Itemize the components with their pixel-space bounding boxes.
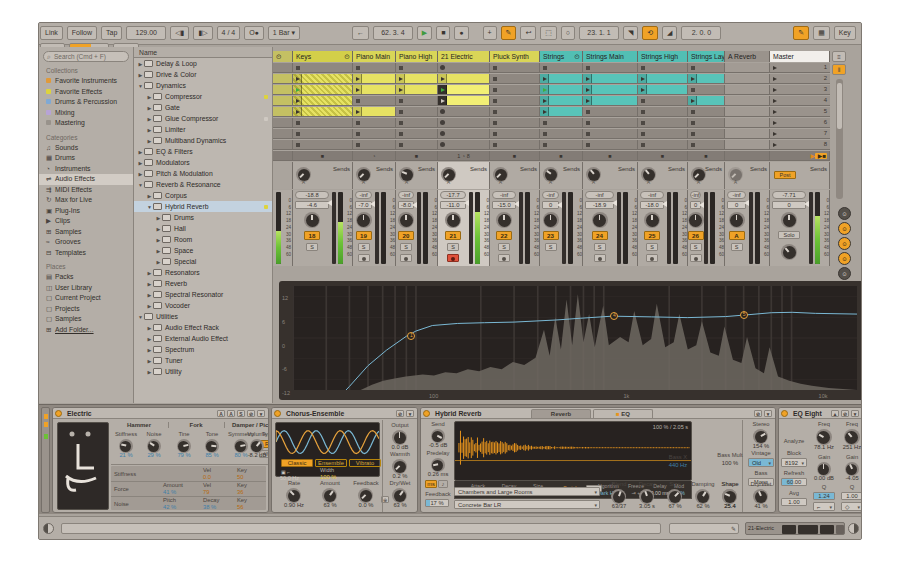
stop-all-clips-cell[interactable]: ■ (688, 151, 725, 161)
tree-item-multiband-dynamics[interactable]: ▶Multiband Dynamics (134, 135, 272, 146)
clip-stop-button[interactable] (543, 121, 547, 125)
clip-slot[interactable] (725, 96, 770, 106)
hybrid-drywet-value[interactable]: 41 % (746, 503, 776, 509)
group-fold-icon[interactable]: ⊙ (344, 51, 350, 62)
track-header-keys[interactable]: Keys ⊙ (293, 51, 353, 62)
volume-value[interactable]: -4.6 (295, 201, 329, 209)
overdub-button[interactable]: + (483, 26, 497, 40)
clip-launch-button[interactable] (688, 96, 697, 105)
show-in-toggle[interactable]: ⊙ (838, 207, 851, 220)
tree-item-gate[interactable]: ▶Gate (134, 102, 272, 113)
hybrid-sync-button[interactable]: ♪ (438, 480, 448, 488)
clip-stop-button[interactable] (691, 132, 695, 136)
sidebar-item-sounds[interactable]: ♫Sounds (39, 143, 133, 154)
sidebar-item-audio-effects[interactable]: ⇌Audio Effects (39, 174, 133, 185)
knob[interactable] (322, 488, 337, 503)
clip-stop-button[interactable] (586, 121, 590, 125)
arm-button[interactable] (646, 254, 658, 262)
clip-stop-button[interactable] (493, 143, 497, 147)
clip-slot[interactable] (583, 85, 638, 95)
clip-stop-button[interactable] (296, 132, 300, 136)
peak-level-value[interactable]: -inf (640, 191, 664, 199)
clip-slot[interactable] (438, 63, 490, 73)
track-activator[interactable]: 25 (644, 231, 660, 240)
device-title-electric[interactable]: Electric▾⊘SAA (53, 408, 268, 419)
eq8-block-select[interactable]: 8192 (781, 458, 807, 467)
tree-item-drums[interactable]: ▶Drums (134, 212, 272, 223)
knob[interactable] (431, 458, 445, 472)
arrangement-position[interactable]: 62. 3. 4 (373, 26, 413, 40)
clip-slot[interactable] (396, 118, 438, 128)
clip-slot[interactable] (273, 129, 293, 139)
chorus-mode-vibrato[interactable]: Vibrato (349, 459, 381, 467)
clip-stop-button[interactable] (691, 66, 695, 70)
tree-item-utilities[interactable]: ▼Utilities (134, 311, 272, 322)
clip-launch-button[interactable] (638, 85, 647, 94)
knob[interactable] (496, 212, 512, 228)
clip-launch-button[interactable] (583, 74, 592, 83)
hybrid-size2-value[interactable]: 67 % (661, 503, 689, 509)
io-meter-button[interactable]: ⦀ (832, 64, 846, 75)
clip-slot[interactable] (396, 74, 438, 84)
clip-slot[interactable] (396, 129, 438, 139)
track-header-collapsed[interactable]: ⊙ (273, 51, 293, 62)
tree-item-room[interactable]: ▶Room (134, 234, 272, 245)
device-title-chorus-ensemble[interactable]: Chorus-Ensemble▾⊘ (272, 408, 417, 419)
clip-record-button[interactable] (440, 120, 445, 125)
peak-level-value[interactable]: -inf (492, 191, 516, 199)
tree-item-spectrum[interactable]: ▶Spectrum (134, 344, 272, 355)
clip-stop-button[interactable] (641, 121, 645, 125)
clip-launch-button[interactable] (540, 74, 549, 83)
stop-all-clips-cell[interactable]: ■ (490, 151, 540, 161)
clip-launch-button[interactable] (438, 85, 447, 94)
fader-handle[interactable] (699, 202, 704, 208)
sidebar-item-samples[interactable]: ⊞Samples (39, 227, 133, 238)
clip-launch-button[interactable] (540, 107, 549, 116)
clip-launch-button[interactable] (583, 85, 592, 94)
clip[interactable] (583, 74, 637, 83)
hybrid-shape-value[interactable]: 25.4 (717, 503, 743, 509)
volume-value[interactable]: 0 (772, 201, 806, 209)
clip-slot[interactable] (293, 96, 353, 106)
device-header-icon[interactable]: S (237, 410, 245, 417)
knob[interactable] (119, 439, 133, 453)
show-out-toggle[interactable]: ⊙ (838, 222, 851, 235)
tree-item-special[interactable]: ▶Special (134, 256, 272, 267)
hybrid-send-value[interactable]: -0.5 dB (425, 442, 451, 448)
knob[interactable] (445, 212, 461, 228)
clip-slot[interactable] (540, 74, 583, 84)
fader-handle[interactable] (514, 201, 519, 207)
knob[interactable] (722, 489, 737, 504)
scene-slot[interactable]: 5 (770, 107, 830, 117)
volume-fader[interactable] (332, 192, 336, 264)
track-header-a-reverb[interactable]: A Reverb (725, 51, 770, 62)
eq8-band1-q[interactable]: 1.24 (813, 492, 835, 500)
vertical-scrollbar[interactable] (836, 79, 843, 199)
clip-slot[interactable] (353, 140, 396, 150)
clip[interactable] (688, 74, 724, 83)
solo-button[interactable]: S (646, 243, 658, 251)
follow-button[interactable]: Follow (67, 26, 97, 40)
post-button[interactable]: Post (774, 171, 796, 179)
volume-fader[interactable] (519, 192, 523, 264)
chorus-feedback-value[interactable]: 0.0 % (350, 502, 382, 508)
stop-all-clips-cell[interactable]: ■ (583, 151, 638, 161)
hybrid-ir-file-select[interactable]: Concrete Bar LR (454, 500, 600, 509)
device-title-eq-eight[interactable]: EQ Eight▾⊘▲ (779, 408, 862, 419)
hybrid-vintage-select[interactable]: Old (748, 458, 774, 467)
nudge-down-button[interactable]: ◁▮ (170, 26, 189, 40)
track-activator[interactable]: 19 (356, 231, 372, 240)
clip-slot[interactable] (638, 118, 688, 128)
sidebar-item-samples[interactable]: ▢Samples (39, 314, 133, 325)
knob[interactable] (392, 488, 407, 503)
key-map-button[interactable]: Key (834, 26, 856, 40)
clip-stop-button[interactable] (691, 110, 695, 114)
device-header-icon[interactable]: ⊘ (754, 410, 762, 417)
track-activator[interactable]: 18 (304, 231, 320, 240)
collection-item[interactable]: Drums & Percussion (39, 97, 133, 108)
electric-table-value[interactable]: 50 (237, 474, 243, 480)
clip-launch-button[interactable] (293, 107, 302, 116)
knob[interactable] (358, 488, 373, 503)
clip-slot[interactable] (540, 140, 583, 150)
device-header-icon[interactable]: ▾ (851, 410, 859, 417)
